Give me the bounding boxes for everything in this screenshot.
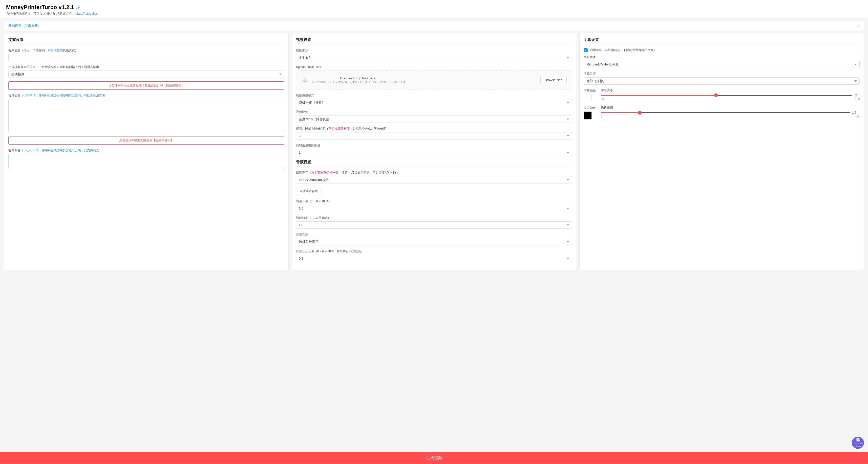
subtitle-link[interactable]: https://harryai.cc [75, 12, 98, 15]
font-label: 字幕字体 [584, 55, 860, 59]
voice-select[interactable]: zh-CN-Xiaoxiao-女性 zh-CN-Yunxi-男性 [296, 176, 572, 184]
enable-subtitle-checkbox[interactable]: ✓ [584, 48, 588, 52]
speed-badge: 🔃 2.23 KB/s 159.0 B/s [852, 437, 864, 449]
generate-keyword-btn-group: 点击使用AI根据文案生成【视频关键词】 [8, 136, 284, 144]
upload-drag-text: Drag and drop files here [311, 76, 405, 80]
generate-keyword-button[interactable]: 点击使用AI根据文案生成【视频关键词】 [8, 136, 284, 144]
voice-label: 朗读声音（与文案语言保持一致，注意：V2版效果更好，但是需要API KEY） [296, 170, 572, 175]
gen-count-select[interactable]: 1234 [296, 149, 572, 156]
ratio-group: 视频比例 竖屏 9:16（抖音视频） 横屏 16:9 方形 1:1 [296, 110, 572, 123]
subtitle-panel: 字幕设置 ✓ 启用字幕（若取消勾选，下面的设置都将不生效） 字幕字体 Micro… [579, 33, 864, 270]
copy-textarea[interactable] [8, 99, 284, 132]
keyword-group: 视频关键词（①可不填，使用AI生成②用英文逗号分隔，只支持英文） [8, 148, 284, 170]
font-size-value: 62 [854, 94, 860, 97]
topic-label: 视频主题（给定一个关键词，AI自动生成视频文案） [8, 48, 284, 53]
copy-label: 视频文案（①可不填，使用AI生成②合理使用英文断句，有助于生成字幕） [8, 93, 284, 98]
stroke-color-width-row: 描边颜色 描边粗细 1.5 0 10 [584, 106, 860, 120]
bgm-volume-group: 背景音乐音量（0.2表示20%，背景声音不宜过高） 0.10.20.3 [296, 249, 572, 262]
keyword-textarea[interactable] [8, 154, 284, 169]
clip-max-group: 视频片段最大时长(秒)（不是视频总长度，是指每个合成片段的长度） 12345 [296, 126, 572, 139]
concat-label: 视频拼接模式 [296, 93, 572, 98]
bgm-volume-select[interactable]: 0.10.20.3 [296, 255, 572, 262]
video-panel-title: 视频设置 [296, 37, 572, 44]
font-size-label: 字幕大小 [601, 88, 860, 93]
enable-subtitle-label: 启用字幕（若取消勾选，下面的设置都将不生效） [590, 48, 656, 52]
position-select[interactable]: 底部（推荐） 顶部 中间 [584, 77, 860, 85]
speed-group: 朗读速度（1.0表示1倍速） 0.50.81.01.2 [296, 216, 572, 229]
copy-textarea-group: 视频文案（①可不填，使用AI生成②合理使用英文断句，有助于生成字幕） [8, 93, 284, 133]
stroke-color-label: 描边颜色 [584, 106, 596, 110]
gen-count-label: 同时生成视频数量 [296, 143, 572, 147]
ratio-select[interactable]: 竖屏 9:16（抖音视频） 横屏 16:9 方形 1:1 [296, 115, 572, 123]
browse-files-button[interactable]: Browse files [540, 76, 567, 84]
source-group: 视频来源 本地文件 Pexels Pixabay [296, 48, 572, 61]
app-title: MoneyPrinterTurbo v1.2.1 🔗 [6, 4, 862, 11]
upload-group: Upload Local Files ☁️ Drag and drop file… [296, 65, 572, 90]
link-icon: 🔗 [76, 5, 81, 9]
source-label: 视频来源 [296, 48, 572, 53]
main-content: 文案设置 视频主题（给定一个关键词，AI自动生成视频文案） 生成视频脚本的语言（… [0, 33, 868, 290]
bgm-label: 背景音乐 [296, 232, 572, 237]
stroke-width-slider[interactable] [601, 112, 850, 113]
upload-area[interactable]: ☁️ Drag and drop files here Limit 200MB … [296, 70, 572, 90]
upload-cloud-icon: ☁️ [301, 77, 308, 84]
upload-label: Upload Local Files [296, 65, 572, 69]
volume-select[interactable]: 0.50.81.01.2 [296, 205, 572, 212]
upload-limit: Limit 200MB per file • MP4, MOV, AVI, FL… [311, 80, 405, 84]
copy-panel-title: 文案设置 [8, 37, 284, 44]
speed-select[interactable]: 0.50.81.01.2 [296, 221, 572, 229]
speed-label: 朗读速度（1.0表示1倍速） [296, 216, 572, 220]
video-panel: 视频设置 视频来源 本地文件 Pexels Pixabay Upload Loc… [292, 33, 576, 270]
bgm-group: 背景音乐 随机背景音乐 无背景音乐 自定义 [296, 232, 572, 245]
font-group: 字幕字体 MicrosoftYaHeiBold.ttc Arial.ttf [584, 55, 860, 68]
speed-line2: 159.0 B/s [853, 445, 863, 448]
font-color-size-row: 字幕颜色 字幕大小 62 30 100 [584, 88, 860, 102]
gen-count-group: 同时生成视频数量 1234 [296, 143, 572, 156]
stroke-width-value: 1.5 [852, 111, 860, 114]
font-color-label: 字幕颜色 [584, 88, 596, 93]
subtitle: 有任何问题或建议，可以加入 微信群 求助或讨论： https://harryai… [6, 12, 862, 16]
concat-group: 视频拼接模式 随机拼接（推荐） 顺序拼接 [296, 93, 572, 106]
position-label: 字幕位置 [584, 71, 860, 76]
bgm-select[interactable]: 随机背景音乐 无背景音乐 自定义 [296, 238, 572, 245]
keyword-label: 视频关键词（①可不填，使用AI生成②用英文逗号分隔，只支持英文） [8, 148, 284, 153]
volume-label: 朗读音量（1.0表示100%） [296, 199, 572, 203]
generate-copy-btn-group: 点击使用AI根据主题生成【视频文案】和【视频关键词】 [8, 81, 284, 90]
subtitle-panel-title: 字幕设置 [584, 37, 860, 44]
speed-line1: 2.23 KB/s [853, 442, 863, 445]
clip-max-label: 视频片段最大时长(秒)（不是视频总长度，是指每个合成片段的长度） [296, 126, 572, 131]
stroke-color-swatch[interactable] [584, 111, 592, 120]
language-select[interactable]: 自动检测 中文 English [8, 70, 284, 78]
basic-settings-bar[interactable]: 基础设置 (点击展开) › [4, 20, 864, 31]
position-group: 字幕位置 底部（推荐） 顶部 中间 [584, 71, 860, 85]
test-voice-button[interactable]: 试听语音合成 [296, 187, 322, 195]
expand-icon: › [858, 23, 860, 28]
concat-select[interactable]: 随机拼接（推荐） 顺序拼接 [296, 99, 572, 106]
clip-max-select[interactable]: 12345 [296, 132, 572, 139]
font-size-slider[interactable] [601, 95, 852, 96]
language-label: 生成视频脚本的语言（一般情况AI会自动根据你输入的主题语言输出） [8, 65, 284, 69]
enable-subtitle-group: ✓ 启用字幕（若取消勾选，下面的设置都将不生效） [584, 48, 860, 52]
volume-group: 朗读音量（1.0表示100%） 0.50.81.01.2 [296, 199, 572, 212]
topic-input[interactable] [8, 54, 284, 61]
topic-group: 视频主题（给定一个关键词，AI自动生成视频文案） [8, 48, 284, 61]
bgm-volume-label: 背景音乐音量（0.2表示20%，背景声音不宜过高） [296, 249, 572, 254]
audio-panel-title: 音频设置 [296, 160, 572, 167]
language-group: 生成视频脚本的语言（一般情况AI会自动根据你输入的主题语言输出） 自动检测 中文… [8, 65, 284, 78]
font-color-swatch[interactable] [584, 94, 592, 102]
font-select[interactable]: MicrosoftYaHeiBold.ttc Arial.ttf [584, 61, 860, 68]
stroke-width-label: 描边粗细 [601, 106, 860, 110]
source-select[interactable]: 本地文件 Pexels Pixabay [296, 54, 572, 61]
copy-panel: 文案设置 视频主题（给定一个关键词，AI自动生成视频文案） 生成视频脚本的语言（… [4, 33, 289, 270]
generate-video-button[interactable]: 生成视频 [0, 452, 868, 464]
test-voice-group: 试听语音合成 [296, 187, 572, 195]
voice-group: 朗读声音（与文案语言保持一致，注意：V2版效果更好，但是需要API KEY） z… [296, 170, 572, 184]
speed-icon: 🔃 [856, 437, 860, 442]
generate-copy-button[interactable]: 点击使用AI根据主题生成【视频文案】和【视频关键词】 [8, 81, 284, 90]
header: MoneyPrinterTurbo v1.2.1 🔗 有任何问题或建议，可以加入… [0, 0, 868, 18]
ratio-label: 视频比例 [296, 110, 572, 114]
